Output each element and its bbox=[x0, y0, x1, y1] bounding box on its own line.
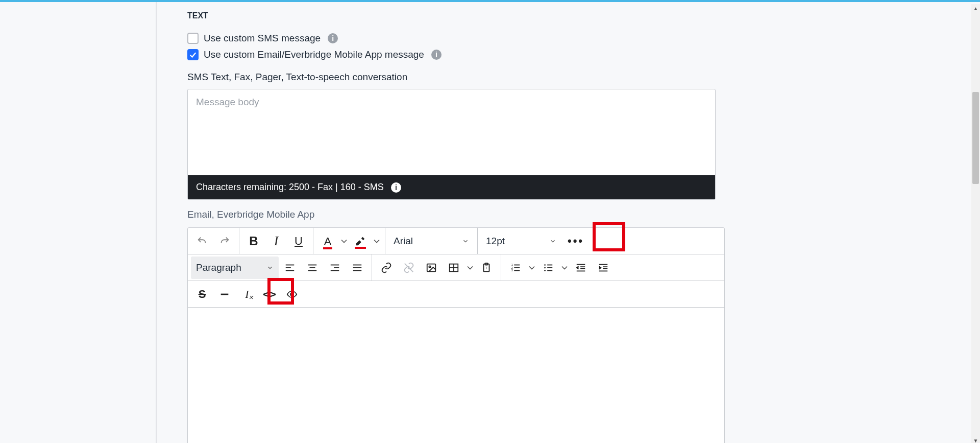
align-left-button[interactable] bbox=[279, 257, 301, 279]
clear-format-button[interactable]: I✕ bbox=[236, 283, 258, 306]
bullet-list-button[interactable] bbox=[537, 257, 559, 279]
italic-button[interactable]: I bbox=[265, 230, 287, 252]
outdent-button[interactable] bbox=[570, 257, 592, 279]
table-menu[interactable] bbox=[465, 257, 475, 279]
undo-button[interactable] bbox=[191, 230, 213, 252]
highlight-menu[interactable] bbox=[372, 230, 382, 252]
align-center-button[interactable] bbox=[301, 257, 324, 279]
indent-button[interactable] bbox=[592, 257, 615, 279]
bullet-list-menu[interactable] bbox=[559, 257, 570, 279]
sms-char-text: Characters remaining: 2500 - Fax | 160 -… bbox=[196, 182, 384, 193]
email-field-label: Email, Everbridge Mobile App bbox=[187, 209, 726, 220]
block-format-value: Paragraph bbox=[196, 262, 241, 273]
section-heading: TEXT bbox=[187, 2, 726, 20]
info-icon[interactable]: i bbox=[328, 33, 338, 43]
rich-text-editor: B I U A Arial bbox=[187, 227, 725, 443]
scroll-thumb[interactable] bbox=[972, 92, 979, 184]
toolbar-row-1: B I U A Arial bbox=[188, 228, 724, 254]
option-email-label: Use custom Email/Everbridge Mobile App m… bbox=[204, 49, 424, 60]
unlink-button[interactable] bbox=[398, 257, 420, 279]
option-sms-label: Use custom SMS message bbox=[204, 33, 321, 44]
highlight-button[interactable] bbox=[349, 230, 372, 252]
ordered-list-menu[interactable] bbox=[527, 257, 537, 279]
link-button[interactable] bbox=[375, 257, 398, 279]
email-editor-body[interactable] bbox=[188, 308, 724, 443]
font-family-value: Arial bbox=[394, 236, 413, 247]
horizontal-rule-button[interactable] bbox=[213, 283, 236, 306]
toolbar-row-3: S I✕ <> bbox=[188, 281, 724, 308]
redo-button[interactable] bbox=[213, 230, 236, 252]
preview-button[interactable] bbox=[281, 283, 303, 306]
option-email[interactable]: Use custom Email/Everbridge Mobile App m… bbox=[187, 49, 726, 60]
align-right-button[interactable] bbox=[324, 257, 346, 279]
sms-field-label: SMS Text, Fax, Pager, Text-to-speech con… bbox=[187, 72, 726, 83]
svg-point-14 bbox=[429, 266, 431, 268]
svg-point-27 bbox=[544, 264, 546, 266]
sms-char-counter: Characters remaining: 2500 - Fax | 160 -… bbox=[188, 175, 715, 199]
info-icon[interactable]: i bbox=[391, 182, 401, 193]
table-button[interactable] bbox=[443, 257, 465, 279]
info-icon[interactable]: i bbox=[431, 50, 442, 60]
checkbox-icon[interactable] bbox=[187, 33, 199, 44]
toolbar-row-2: Paragraph T 123 bbox=[188, 254, 724, 281]
strikethrough-button[interactable]: S bbox=[191, 283, 213, 306]
sms-textarea[interactable]: Message body bbox=[188, 89, 715, 175]
font-size-select[interactable]: 12pt bbox=[481, 230, 561, 252]
svg-point-28 bbox=[544, 267, 546, 268]
underline-button[interactable]: U bbox=[287, 230, 310, 252]
svg-point-42 bbox=[290, 293, 293, 296]
checkbox-icon[interactable] bbox=[187, 49, 199, 60]
font-size-value: 12pt bbox=[486, 236, 505, 247]
form-panel: TEXT Use custom SMS message i Use custom… bbox=[156, 2, 725, 443]
sms-textarea-wrapper: Message body Characters remaining: 2500 … bbox=[187, 89, 716, 200]
ordered-list-button[interactable]: 123 bbox=[504, 257, 527, 279]
more-button[interactable]: ••• bbox=[565, 230, 587, 252]
scroll-down-icon[interactable]: ▼ bbox=[971, 436, 980, 443]
text-color-button[interactable]: A bbox=[316, 230, 339, 252]
text-color-menu[interactable] bbox=[339, 230, 349, 252]
bold-button[interactable]: B bbox=[242, 230, 265, 252]
image-button[interactable] bbox=[420, 257, 443, 279]
scroll-up-icon[interactable]: ▲ bbox=[971, 4, 980, 13]
svg-text:3: 3 bbox=[511, 269, 513, 272]
block-format-select[interactable]: Paragraph bbox=[191, 257, 279, 279]
page-scrollbar[interactable]: ▲ ▼ bbox=[971, 4, 980, 443]
svg-point-29 bbox=[544, 270, 546, 271]
option-sms[interactable]: Use custom SMS message i bbox=[187, 33, 726, 44]
align-justify-button[interactable] bbox=[346, 257, 369, 279]
paste-text-button[interactable]: T bbox=[475, 257, 498, 279]
svg-text:T: T bbox=[485, 266, 487, 269]
source-code-button[interactable]: <> bbox=[258, 283, 281, 306]
font-family-select[interactable]: Arial bbox=[388, 230, 474, 252]
